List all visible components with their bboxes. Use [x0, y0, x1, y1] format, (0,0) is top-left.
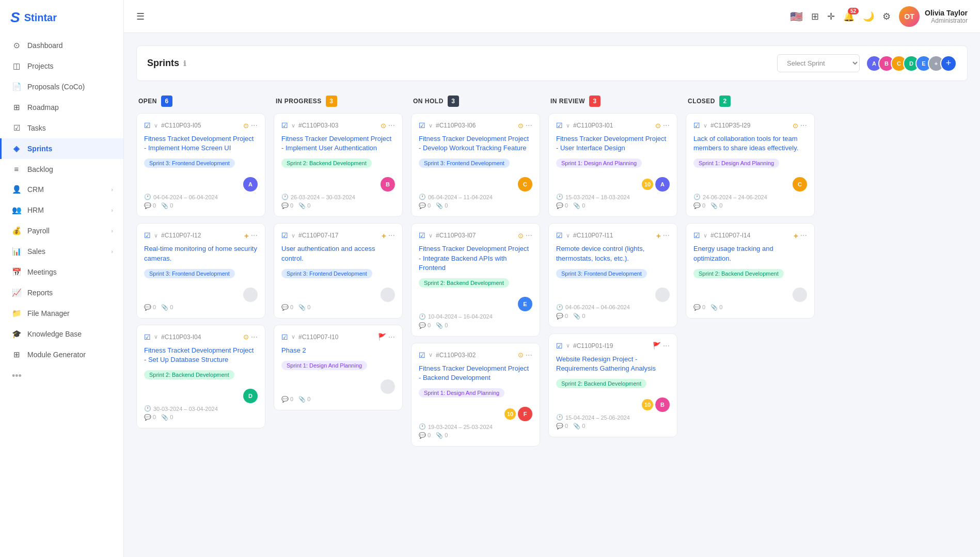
card-header: ☑ ∨ #C110P07-I11 + ··· — [556, 231, 670, 240]
sidebar-item-crm[interactable]: 👤 CRM › — [0, 179, 123, 200]
card-tag: Sprint 1: Design And Planning — [281, 361, 367, 370]
card-header: ☑ ∨ #C110P35-I29 ⊙ ··· — [693, 121, 807, 130]
more-icon[interactable]: ··· — [388, 121, 395, 130]
chevron-right-icon: › — [111, 186, 113, 193]
sidebar-item-projects[interactable]: ◫ Projects — [0, 56, 123, 76]
hamburger-icon[interactable]: ☰ — [136, 11, 145, 22]
card-title: Fitness Tracker Development Project - Ba… — [419, 364, 532, 383]
sidebar-item-dashboard[interactable]: ⊙ Dashboard — [0, 35, 123, 56]
sidebar-item-roadmap[interactable]: ⊞ Roadmap — [0, 97, 123, 118]
card-header: ☑ ∨ #C110P03-I05 ⊙ ··· — [144, 121, 258, 130]
card-stats: 💬 0 📎 0 — [693, 304, 807, 311]
comment-icon: 💬 0 — [693, 304, 705, 311]
more-icon[interactable]: ··· — [526, 121, 532, 130]
sidebar-item-proposals[interactable]: 📄 Proposals (CoCo) — [0, 76, 123, 97]
sidebar-item-tasks[interactable]: ☑ Tasks — [0, 118, 123, 138]
card-C110P07-I12[interactable]: ☑ ∨ #C110P07-I12 + ··· Real-time monitor… — [136, 223, 265, 318]
num-badge: 10 — [642, 399, 653, 410]
card-C110P03-I06[interactable]: ☑ ∨ #C110P03-I06 ⊙ ··· Fitness Tracker D… — [411, 113, 540, 217]
card-C110P03-I04[interactable]: ☑ ∨ #C110P03-I04 ⊙ ··· Fitness Tracket D… — [136, 325, 265, 428]
card-C110P03-I03[interactable]: ☑ ∨ #C110P03-I03 ⊙ ··· Fitness Tracker D… — [274, 113, 403, 217]
more-icon[interactable]: ··· — [800, 121, 807, 130]
roadmap-icon: ⊞ — [12, 103, 21, 112]
more-icon[interactable]: ··· — [388, 332, 395, 342]
user-details: Olivia Taylor Administrator — [925, 9, 968, 24]
sidebar-item-module-generator[interactable]: ⊞ Module Generator — [0, 344, 123, 365]
card-id: #C110P03-I04 — [161, 333, 201, 341]
check-icon: ☑ — [281, 121, 288, 130]
card-C110P07-I10[interactable]: ☑ ∨ #C110P07-I10 🚩 ··· Phase 2 Sprint 1:… — [274, 325, 403, 410]
priority-icon: ⊙ — [518, 351, 524, 359]
card-stats: 💬 0 📎 0 — [419, 202, 532, 209]
sprints-board: OPEN 6 ☑ ∨ #C110P03-I05 ⊙ ··· Fitness Tr — [136, 91, 968, 453]
header-left: ☰ — [136, 11, 145, 22]
more-icon[interactable]: ··· — [663, 341, 670, 351]
card-title: Fitness Tracker Development Project - Us… — [556, 134, 670, 153]
more-icon[interactable]: ··· — [251, 121, 258, 130]
card-C110P03-I02[interactable]: ☑ ∨ #C110P03-I02 ⊙ ··· Fitness Tracker D… — [411, 343, 540, 447]
card-C110P03-I01[interactable]: ☑ ∨ #C110P03-I01 ⊙ ··· Fitness Tracker D… — [548, 113, 677, 217]
sidebar-item-reports[interactable]: 📈 Reports — [0, 282, 123, 303]
knowledge-base-icon: 🎓 — [12, 329, 21, 339]
more-icon[interactable]: ··· — [388, 231, 395, 240]
card-C110P07-I11[interactable]: ☑ ∨ #C110P07-I11 + ··· Remote device con… — [548, 223, 677, 327]
check-icon: ☑ — [144, 231, 151, 240]
theme-toggle-icon[interactable]: 🌙 — [863, 11, 874, 22]
card-C110P07-I17[interactable]: ☑ ∨ #C110P07-I17 + ··· User authenticati… — [274, 223, 403, 318]
card-id: #C110P03-I02 — [436, 352, 476, 359]
language-flag-icon[interactable]: 🇺🇸 — [790, 10, 803, 23]
card-C110P35-I29[interactable]: ☑ ∨ #C110P35-I29 ⊙ ··· Lack of collabora… — [686, 113, 815, 217]
card-id: #C110P03-I06 — [436, 122, 476, 129]
comment-icon: 💬 0 — [144, 304, 156, 311]
user-info[interactable]: OT Olivia Taylor Administrator — [899, 6, 968, 27]
card-actions: ⊙ ··· — [243, 121, 258, 130]
attachment-icon: 📎 0 — [436, 432, 448, 439]
card-title: Fitness Tracket Development Project - Se… — [144, 346, 258, 364]
more-icon[interactable]: ··· — [526, 351, 532, 360]
more-icon[interactable]: ··· — [526, 231, 532, 240]
notification-bell-icon[interactable]: 🔔 52 — [843, 11, 855, 22]
num-badge: 10 — [642, 179, 653, 190]
sprint-select[interactable]: Select Sprint — [777, 54, 860, 72]
sidebar-item-more[interactable]: ••• — [0, 365, 123, 387]
card-stats: 💬 0 📎 0 — [419, 432, 532, 439]
check-icon: ☑ — [556, 121, 563, 130]
sidebar-item-backlog[interactable]: ≡ Backlog — [0, 159, 123, 179]
sidebar-item-sales[interactable]: 📊 Sales › — [0, 241, 123, 262]
clock-icon: 🕐 — [556, 194, 563, 200]
more-icon[interactable]: ··· — [251, 231, 258, 240]
more-icon[interactable]: ··· — [251, 332, 258, 342]
info-icon[interactable]: ℹ — [183, 59, 186, 68]
add-member-button[interactable]: + — [940, 55, 957, 72]
sidebar-item-payroll[interactable]: 💰 Payroll › — [0, 220, 123, 241]
apps-icon[interactable]: ⊞ — [811, 11, 819, 22]
sidebar-item-file-manager[interactable]: 📁 File Manager — [0, 303, 123, 324]
column-in-progress-count: 3 — [326, 96, 337, 107]
card-C110P07-I14[interactable]: ☑ ∨ #C110P07-I14 + ··· Energy usage trac… — [686, 223, 815, 318]
card-assignee-placeholder — [381, 288, 395, 302]
sidebar-item-sprints[interactable]: ◈ Sprints — [0, 138, 123, 159]
sidebar-item-label: HRM — [27, 206, 44, 214]
priority-icon: ⊙ — [793, 122, 798, 130]
card-assignee-avatar: B — [655, 397, 670, 412]
grid-plus-icon[interactable]: ✛ — [827, 11, 835, 22]
sidebar-item-hrm[interactable]: 👥 HRM › — [0, 200, 123, 220]
more-icon[interactable]: ··· — [663, 121, 670, 130]
column-closed-count: 2 — [719, 96, 731, 107]
sidebar-item-knowledge-base[interactable]: 🎓 Knowledge Base — [0, 324, 123, 344]
card-actions: ⊙ ··· — [518, 351, 532, 360]
sidebar-item-meetings[interactable]: 📅 Meetings — [0, 262, 123, 282]
attachment-icon: 📎 0 — [573, 202, 585, 209]
comment-icon: 💬 0 — [144, 202, 156, 209]
card-assignee-avatar: E — [518, 297, 532, 311]
card-C110P03-I05[interactable]: ☑ ∨ #C110P03-I05 ⊙ ··· Fitness Tracket D… — [136, 113, 265, 217]
card-C110P01-I19[interactable]: ☑ ∨ #C110P01-I19 🚩 ··· Website Redesign … — [548, 333, 677, 437]
card-C110P03-I07[interactable]: ☑ ∨ #C110P03-I07 ⊙ ··· Fitness Tracker D… — [411, 223, 540, 337]
more-icon[interactable]: ··· — [800, 231, 807, 240]
column-on-hold: ON HOLD 3 ☑ ∨ #C110P03-I06 ⊙ ··· Fitness… — [411, 91, 540, 453]
content-area: Sprints ℹ Select Sprint A B C D E + + — [124, 33, 980, 557]
settings-icon[interactable]: ⚙ — [882, 11, 891, 22]
card-assignee-placeholder — [381, 379, 395, 394]
card-header: ☑ ∨ #C110P07-I14 + ··· — [693, 231, 807, 240]
more-icon[interactable]: ··· — [663, 231, 670, 240]
